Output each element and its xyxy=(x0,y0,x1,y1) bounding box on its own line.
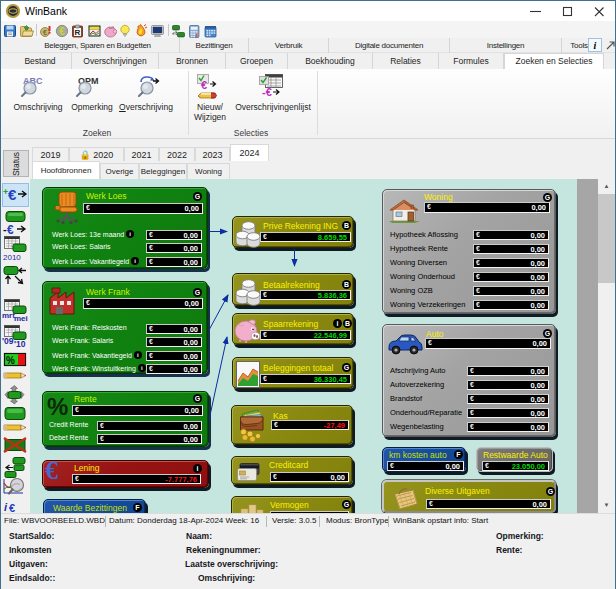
svg-text:€: € xyxy=(201,79,207,91)
svg-text:'09: '09 xyxy=(2,336,14,346)
svg-text:2010: 2010 xyxy=(3,253,21,262)
svg-text:mei: mei xyxy=(14,314,28,323)
svg-text:€: € xyxy=(59,26,65,37)
svg-text:%: % xyxy=(6,355,15,366)
svg-text:€: € xyxy=(7,223,14,237)
svg-text:i: i xyxy=(4,501,8,513)
svg-text:€: € xyxy=(43,29,47,36)
svg-text:-€: -€ xyxy=(262,86,272,98)
svg-text:'10: '10 xyxy=(14,339,26,349)
svg-text:R: R xyxy=(75,28,81,37)
svg-text:€: € xyxy=(8,186,17,203)
